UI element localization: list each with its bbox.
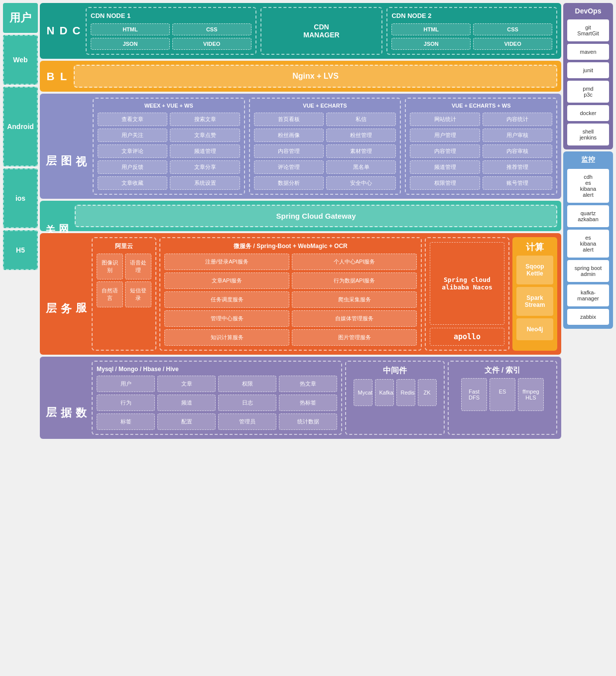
view-chip: 数据分析 (254, 176, 324, 190)
middleware-title: 中间件 (350, 366, 440, 376)
view-chip: 内容管理 (410, 144, 480, 158)
db-chip: 热文章 (279, 376, 337, 392)
view-chip: 黑名单 (326, 160, 396, 174)
db-chip: 用户 (97, 376, 155, 392)
aliyun-chip: 自然语言 (97, 281, 123, 307)
user-header: 用户 (3, 3, 38, 33)
monitor-chip-quartz: quartzazkaban (567, 205, 609, 227)
view-chip: 首页看板 (254, 113, 324, 126)
view-chip: 私信 (326, 113, 396, 126)
devops-chip-junit: junit (567, 62, 609, 78)
user-android: Android (3, 87, 38, 166)
view-chip: 系统设置 (170, 176, 240, 190)
view-label: 视图层 (44, 98, 89, 195)
fileindex-box: 文件 / 索引 FastDFS ES ffmpegHLS (448, 361, 557, 435)
cdn-section: CDN CDN NODE 1 HTML CSS JSON VIDEO CDNMA… (40, 3, 561, 59)
micro-chip: 行为数据API服务 (292, 272, 417, 289)
cdn-chip-video1: VIDEO (172, 38, 251, 50)
microservice-box: 微服务 / Spring-Boot + WebMagic + OCR 注册/登录… (159, 237, 422, 351)
view-chip: 文章评论 (98, 144, 167, 158)
view-chip: 用户管理 (410, 129, 480, 142)
db-chip: 行为 (97, 395, 155, 411)
middleware-chip-redis: Redis (396, 379, 415, 406)
data-content: Mysql / Mongo / Hbase / Hive 用户 文章 权限 热文… (92, 361, 557, 435)
view-chip: 素材管理 (326, 144, 396, 158)
micro-chip: 注册/登录API服务 (164, 254, 289, 270)
micro-chip: 任务调度服务 (164, 291, 289, 308)
monitor-section: 监控 cdheskibanaalert quartzazkaban eskiba… (563, 151, 613, 329)
lb-label: LB (44, 70, 70, 83)
micro-chip: 图片管理服务 (292, 329, 417, 346)
view-chip: 文章分享 (170, 160, 240, 174)
compute-box: 计算 SqoopKettle SparkStream Neo4j (512, 237, 557, 351)
middleware-chips: Mycat Kafka Redis ZK (350, 379, 440, 406)
user-column: 用户 Web Android ios H5 (3, 3, 38, 673)
view-chip: 查看文章 (98, 113, 167, 126)
right-column: DevOps gitSmartGit maven junit pmdp3c do… (563, 3, 613, 673)
view-chip: 用户关注 (98, 129, 167, 142)
middleware-box: 中间件 Mycat Kafka Redis ZK (345, 361, 445, 435)
view-chip: 频道管理 (410, 160, 480, 174)
cdn-node1-title: CDN NODE 1 (91, 12, 251, 19)
view-chip: 粉丝管理 (326, 129, 396, 142)
view-chip: 文章收藏 (98, 176, 167, 190)
microservice-grid: 注册/登录API服务 个人中心API服务 文章API服务 行为数据API服务 任… (164, 254, 417, 346)
cdn-node2-title: CDN NODE 2 (391, 12, 552, 19)
cdn-node1: CDN NODE 1 HTML CSS JSON VIDEO (86, 7, 256, 55)
view-chip: 权限管理 (410, 176, 480, 190)
view-module-vue-echarts: VUE + ECHARTS 首页看板 私信 粉丝画像 粉丝管理 内容管理 素材管… (249, 98, 401, 195)
middleware-chip-mycat: Mycat (354, 379, 372, 406)
monitor-chip-spring: spring bootadmin (567, 260, 609, 282)
db-chip: 频道 (157, 395, 216, 411)
fileindex-chip-ffmpeg: ffmpegHLS (518, 378, 544, 411)
view-chip: 推荐管理 (483, 160, 552, 174)
db-chip: 统计数据 (279, 413, 337, 430)
cdn-chip-video2: VIDEO (473, 38, 552, 50)
db-chip: 配置 (157, 413, 216, 430)
aliyun-grid: 图像识别 语音处理 自然语言 短信登录 (97, 254, 151, 307)
monitor-chip-cdh: cdheskibanaalert (567, 169, 609, 203)
gateway-content: Spring Cloud Gateway (75, 205, 557, 227)
cdn-chip-json2: JSON (391, 38, 471, 50)
monitor-chip-zabbix: zabbix (567, 309, 609, 325)
view-chip: 内容审核 (483, 144, 552, 158)
nacos-text: Spring cloudalibaba Nacos (430, 242, 504, 325)
view-content: WEEX + VUE + WS 查看文章 搜索文章 用户关注 文章点赞 文章评论… (93, 98, 557, 195)
view-module-vue-echarts-ws: VUE + ECHARTS + WS 网站统计 内容统计 用户管理 用户审核 内… (405, 98, 557, 195)
db-chip: 标签 (97, 413, 155, 430)
micro-chip: 管理中心服务 (164, 310, 289, 327)
micro-chip: 自媒体管理服务 (292, 310, 417, 327)
micro-chip: 爬虫采集服务 (292, 291, 417, 308)
middleware-chip-kafka: Kafka (375, 379, 394, 406)
aliyun-box: 阿里云 图像识别 语音处理 自然语言 短信登录 (92, 237, 156, 351)
view-chip: 安全中心 (326, 176, 396, 190)
devops-section: DevOps gitSmartGit maven junit pmdp3c do… (563, 3, 613, 149)
cdn-chip-css1: CSS (172, 23, 251, 35)
compute-chip-sqoop: SqoopKettle (516, 256, 553, 284)
cdn-chip-html2: HTML (391, 23, 471, 35)
view-module-vue-echarts-ws-title: VUE + ECHARTS + WS (410, 103, 552, 109)
user-web: Web (3, 35, 38, 85)
view-chip: 频道管理 (170, 144, 240, 158)
view-module-weex: WEEX + VUE + WS 查看文章 搜索文章 用户关注 文章点赞 文章评论… (93, 98, 245, 195)
service-content: 阿里云 图像识别 语音处理 自然语言 短信登录 微服务 / Spring-Boo… (92, 237, 557, 351)
lb-section: LB Nginx + LVS (40, 61, 561, 92)
compute-chip-neo4j: Neo4j (516, 318, 553, 340)
aliyun-title: 阿里云 (97, 242, 151, 251)
db-chip: 日志 (218, 395, 276, 411)
db-chip: 权限 (218, 376, 276, 392)
db-chip: 文章 (157, 376, 216, 392)
cdn-chip-json1: JSON (91, 38, 170, 50)
monitor-chip-es: eskibanaalert (567, 230, 609, 258)
devops-title: DevOps (567, 7, 609, 15)
db-box: Mysql / Mongo / Hbase / Hive 用户 文章 权限 热文… (92, 361, 342, 435)
cdn-content: CDN NODE 1 HTML CSS JSON VIDEO CDNMANAGE… (86, 7, 557, 55)
monitor-title: 监控 (567, 155, 609, 164)
view-chip: 账号管理 (483, 176, 552, 190)
devops-chip-docker: docker (567, 105, 609, 121)
compute-title: 计算 (516, 241, 553, 253)
middle-column: CDN CDN NODE 1 HTML CSS JSON VIDEO CDNMA… (40, 3, 561, 673)
main-container: 用户 Web Android ios H5 CDN CDN NODE 1 HTM… (0, 0, 616, 676)
fileindex-chip-es: ES (490, 378, 515, 411)
view-section: 视图层 WEEX + VUE + WS 查看文章 搜索文章 用户关注 文章点赞 … (40, 94, 561, 199)
